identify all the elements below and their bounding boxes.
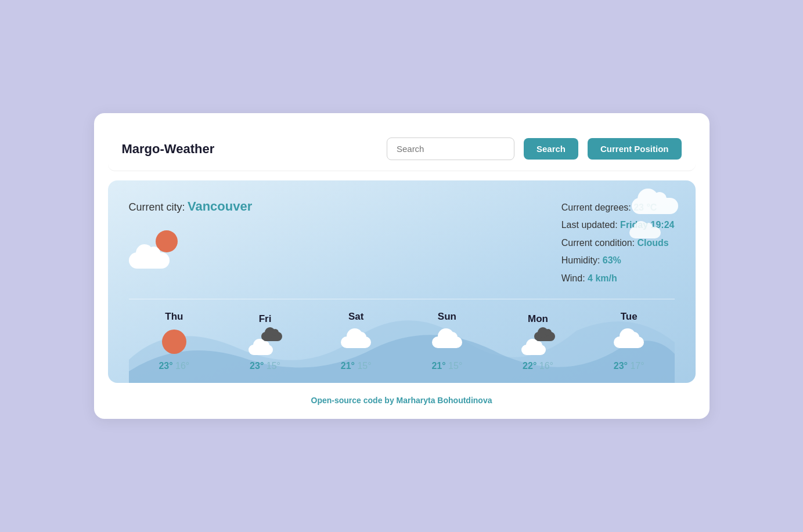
footer: Open-source code by Marharyta Bohoutdino… [108,396,696,405]
forecast-temps-sun: 21° 15° [431,361,462,371]
search-input[interactable] [387,137,514,160]
forecast-label-thu: Thu [165,311,183,323]
current-city-label: Current city: [129,201,185,213]
cloud-icon [129,252,170,269]
wind-row: Wind: 4 km/h [561,270,675,287]
header: Margo-Weather Search Current Position [108,127,696,171]
humidity-row: Humidity: 63% [561,252,675,269]
forecast-temps-sat: 21° 15° [341,361,372,371]
forecast-temps-thu: 23° 16° [159,361,189,371]
weather-left: Current city: Vancouver [129,199,253,269]
forecast-label-sun: Sun [438,311,456,323]
forecast-temps-fri: 23° 15° [250,361,280,371]
forecast-label-mon: Mon [528,313,548,325]
white-cloud-mon [521,345,546,355]
forecast-day-tue: Tue 23° 17° [584,311,675,371]
forecast-icon-thu [157,327,192,356]
forecast-temps-mon: 22° 16° [523,361,553,371]
forecast-icon-mon [521,330,555,356]
forecast-icon-sat [339,327,373,356]
search-button[interactable]: Search [524,138,578,160]
cloud-white-sat [341,327,371,348]
cloud-decoration-1 [632,198,678,214]
forecast-temps-tue: 23° 17° [614,361,644,371]
forecast-label-sat: Sat [348,311,363,323]
forecast-strip: Thu 23° 16° Fri [129,299,675,383]
forecast-day-mon: Mon 22° 16° [492,313,584,371]
forecast-day-fri: Fri 23° 15° [219,313,311,371]
app-container: Margo-Weather Search Current Position Cu… [94,113,710,419]
weather-top: Current city: Vancouver Current degrees:… [129,199,675,299]
footer-link[interactable]: Open-source code by Marharyta Bohoutdino… [311,396,492,405]
cloud-shape [129,252,170,269]
current-city-name: Vancouver [188,199,252,213]
main-weather-icon [129,228,181,269]
forecast-icon-fri [249,330,282,356]
forecast-label-tue: Tue [621,311,638,323]
forecast-day-sun: Sun 21° 15° [402,311,493,371]
forecast-day-thu: Thu 23° 16° [129,311,220,371]
app-title: Margo-Weather [122,142,377,157]
forecast-icon-tue [611,327,646,356]
forecast-area: Thu 23° 16° Fri [129,299,675,383]
dark-cloud-fri [261,332,282,341]
forecast-icon-sun [430,327,464,356]
current-position-button[interactable]: Current Position [588,138,682,160]
weather-main: Current city: Vancouver Current degrees:… [108,180,696,383]
forecast-label-fri: Fri [259,313,272,325]
cloud-decoration-2 [629,227,661,238]
cloud-white-sun [432,327,462,348]
sun-icon-thu [162,330,186,354]
forecast-day-sat: Sat 21° 15° [311,311,402,371]
dark-cloud-mon [534,332,555,341]
current-city-row: Current city: Vancouver [129,199,253,214]
white-cloud-fri [249,345,273,355]
cloud-white-tue [614,327,644,348]
